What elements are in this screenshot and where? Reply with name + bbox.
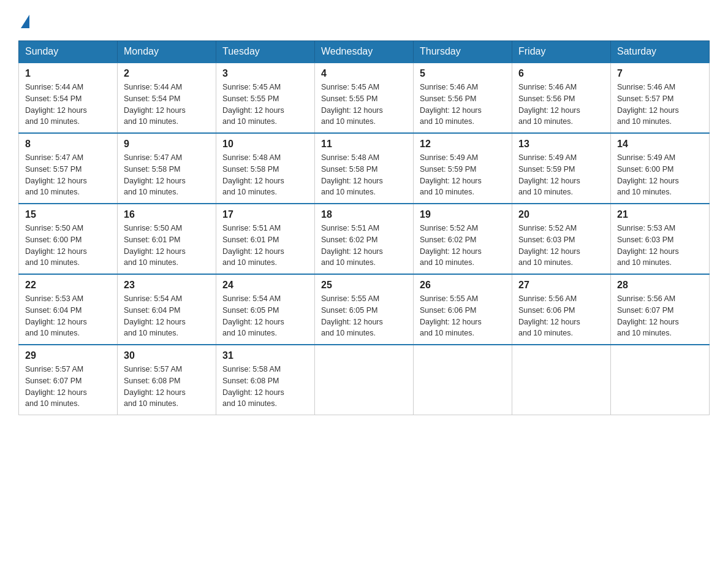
day-number: 12 bbox=[420, 139, 506, 150]
logo bbox=[18, 12, 29, 28]
day-number: 23 bbox=[124, 280, 210, 291]
column-header-tuesday: Tuesday bbox=[216, 41, 315, 63]
day-number: 25 bbox=[321, 280, 407, 291]
calendar-cell: 15 Sunrise: 5:50 AM Sunset: 6:00 PM Dayl… bbox=[19, 204, 118, 274]
calendar-cell bbox=[512, 345, 611, 415]
day-info: Sunrise: 5:54 AM Sunset: 6:05 PM Dayligh… bbox=[222, 293, 308, 339]
calendar-cell: 20 Sunrise: 5:52 AM Sunset: 6:03 PM Dayl… bbox=[512, 204, 611, 274]
day-number: 8 bbox=[25, 139, 111, 150]
day-number: 3 bbox=[222, 68, 308, 79]
day-number: 24 bbox=[222, 280, 308, 291]
day-number: 5 bbox=[420, 68, 506, 79]
day-info: Sunrise: 5:51 AM Sunset: 6:02 PM Dayligh… bbox=[321, 223, 407, 269]
day-info: Sunrise: 5:58 AM Sunset: 6:08 PM Dayligh… bbox=[222, 364, 308, 410]
calendar-cell: 16 Sunrise: 5:50 AM Sunset: 6:01 PM Dayl… bbox=[118, 204, 216, 274]
calendar-cell: 22 Sunrise: 5:53 AM Sunset: 6:04 PM Dayl… bbox=[19, 274, 118, 345]
day-info: Sunrise: 5:56 AM Sunset: 6:06 PM Dayligh… bbox=[518, 293, 604, 339]
day-info: Sunrise: 5:55 AM Sunset: 6:05 PM Dayligh… bbox=[321, 293, 407, 339]
week-row-2: 8 Sunrise: 5:47 AM Sunset: 5:57 PM Dayli… bbox=[19, 133, 710, 204]
day-number: 17 bbox=[222, 209, 308, 220]
day-info: Sunrise: 5:46 AM Sunset: 5:56 PM Dayligh… bbox=[420, 82, 506, 128]
calendar-cell: 26 Sunrise: 5:55 AM Sunset: 6:06 PM Dayl… bbox=[414, 274, 512, 345]
calendar-cell: 13 Sunrise: 5:49 AM Sunset: 5:59 PM Dayl… bbox=[512, 133, 611, 204]
day-info: Sunrise: 5:50 AM Sunset: 6:00 PM Dayligh… bbox=[25, 223, 111, 269]
column-header-saturday: Saturday bbox=[611, 41, 710, 63]
calendar-cell: 3 Sunrise: 5:45 AM Sunset: 5:55 PM Dayli… bbox=[216, 63, 315, 133]
day-info: Sunrise: 5:48 AM Sunset: 5:58 PM Dayligh… bbox=[321, 152, 407, 198]
calendar-cell: 29 Sunrise: 5:57 AM Sunset: 6:07 PM Dayl… bbox=[19, 345, 118, 415]
calendar-cell: 18 Sunrise: 5:51 AM Sunset: 6:02 PM Dayl… bbox=[315, 204, 414, 274]
calendar-cell: 30 Sunrise: 5:57 AM Sunset: 6:08 PM Dayl… bbox=[118, 345, 216, 415]
calendar-cell: 6 Sunrise: 5:46 AM Sunset: 5:56 PM Dayli… bbox=[512, 63, 611, 133]
day-info: Sunrise: 5:52 AM Sunset: 6:02 PM Dayligh… bbox=[420, 223, 506, 269]
day-info: Sunrise: 5:49 AM Sunset: 6:00 PM Dayligh… bbox=[617, 152, 703, 198]
day-info: Sunrise: 5:44 AM Sunset: 5:54 PM Dayligh… bbox=[25, 82, 111, 128]
calendar-cell: 4 Sunrise: 5:45 AM Sunset: 5:55 PM Dayli… bbox=[315, 63, 414, 133]
page-header bbox=[18, 12, 710, 28]
week-row-1: 1 Sunrise: 5:44 AM Sunset: 5:54 PM Dayli… bbox=[19, 63, 710, 133]
calendar-cell: 8 Sunrise: 5:47 AM Sunset: 5:57 PM Dayli… bbox=[19, 133, 118, 204]
day-info: Sunrise: 5:44 AM Sunset: 5:54 PM Dayligh… bbox=[124, 82, 210, 128]
day-info: Sunrise: 5:56 AM Sunset: 6:07 PM Dayligh… bbox=[617, 293, 703, 339]
calendar-cell bbox=[315, 345, 414, 415]
day-info: Sunrise: 5:46 AM Sunset: 5:57 PM Dayligh… bbox=[617, 82, 703, 128]
calendar-cell: 5 Sunrise: 5:46 AM Sunset: 5:56 PM Dayli… bbox=[414, 63, 512, 133]
day-info: Sunrise: 5:53 AM Sunset: 6:04 PM Dayligh… bbox=[25, 293, 111, 339]
logo-top bbox=[18, 12, 29, 28]
day-info: Sunrise: 5:52 AM Sunset: 6:03 PM Dayligh… bbox=[518, 223, 604, 269]
day-number: 20 bbox=[518, 209, 604, 220]
day-info: Sunrise: 5:45 AM Sunset: 5:55 PM Dayligh… bbox=[321, 82, 407, 128]
column-header-friday: Friday bbox=[512, 41, 611, 63]
calendar-cell: 14 Sunrise: 5:49 AM Sunset: 6:00 PM Dayl… bbox=[611, 133, 710, 204]
day-number: 10 bbox=[222, 139, 308, 150]
day-number: 6 bbox=[518, 68, 604, 79]
day-info: Sunrise: 5:46 AM Sunset: 5:56 PM Dayligh… bbox=[518, 82, 604, 128]
column-header-thursday: Thursday bbox=[414, 41, 512, 63]
day-number: 30 bbox=[124, 350, 210, 361]
day-number: 4 bbox=[321, 68, 407, 79]
calendar-cell: 11 Sunrise: 5:48 AM Sunset: 5:58 PM Dayl… bbox=[315, 133, 414, 204]
day-info: Sunrise: 5:49 AM Sunset: 5:59 PM Dayligh… bbox=[518, 152, 604, 198]
day-number: 2 bbox=[124, 68, 210, 79]
column-header-wednesday: Wednesday bbox=[315, 41, 414, 63]
day-info: Sunrise: 5:48 AM Sunset: 5:58 PM Dayligh… bbox=[222, 152, 308, 198]
calendar-cell: 28 Sunrise: 5:56 AM Sunset: 6:07 PM Dayl… bbox=[611, 274, 710, 345]
day-number: 26 bbox=[420, 280, 506, 291]
calendar-cell: 21 Sunrise: 5:53 AM Sunset: 6:03 PM Dayl… bbox=[611, 204, 710, 274]
logo-triangle-icon bbox=[21, 15, 29, 28]
day-number: 13 bbox=[518, 139, 604, 150]
column-header-sunday: Sunday bbox=[19, 41, 118, 63]
day-info: Sunrise: 5:55 AM Sunset: 6:06 PM Dayligh… bbox=[420, 293, 506, 339]
calendar-cell bbox=[414, 345, 512, 415]
day-number: 9 bbox=[124, 139, 210, 150]
calendar-cell: 23 Sunrise: 5:54 AM Sunset: 6:04 PM Dayl… bbox=[118, 274, 216, 345]
day-info: Sunrise: 5:54 AM Sunset: 6:04 PM Dayligh… bbox=[124, 293, 210, 339]
calendar-cell bbox=[611, 345, 710, 415]
day-number: 28 bbox=[617, 280, 703, 291]
day-number: 11 bbox=[321, 139, 407, 150]
day-number: 15 bbox=[25, 209, 111, 220]
calendar-cell: 2 Sunrise: 5:44 AM Sunset: 5:54 PM Dayli… bbox=[118, 63, 216, 133]
calendar-cell: 10 Sunrise: 5:48 AM Sunset: 5:58 PM Dayl… bbox=[216, 133, 315, 204]
week-row-3: 15 Sunrise: 5:50 AM Sunset: 6:00 PM Dayl… bbox=[19, 204, 710, 274]
calendar-cell: 25 Sunrise: 5:55 AM Sunset: 6:05 PM Dayl… bbox=[315, 274, 414, 345]
column-header-monday: Monday bbox=[118, 41, 216, 63]
day-number: 7 bbox=[617, 68, 703, 79]
day-info: Sunrise: 5:49 AM Sunset: 5:59 PM Dayligh… bbox=[420, 152, 506, 198]
day-number: 29 bbox=[25, 350, 111, 361]
calendar-cell: 27 Sunrise: 5:56 AM Sunset: 6:06 PM Dayl… bbox=[512, 274, 611, 345]
day-info: Sunrise: 5:57 AM Sunset: 6:07 PM Dayligh… bbox=[25, 364, 111, 410]
calendar-cell: 1 Sunrise: 5:44 AM Sunset: 5:54 PM Dayli… bbox=[19, 63, 118, 133]
day-number: 16 bbox=[124, 209, 210, 220]
calendar-cell: 31 Sunrise: 5:58 AM Sunset: 6:08 PM Dayl… bbox=[216, 345, 315, 415]
day-info: Sunrise: 5:51 AM Sunset: 6:01 PM Dayligh… bbox=[222, 223, 308, 269]
day-number: 14 bbox=[617, 139, 703, 150]
day-number: 31 bbox=[222, 350, 308, 361]
day-info: Sunrise: 5:57 AM Sunset: 6:08 PM Dayligh… bbox=[124, 364, 210, 410]
day-info: Sunrise: 5:53 AM Sunset: 6:03 PM Dayligh… bbox=[617, 223, 703, 269]
day-info: Sunrise: 5:50 AM Sunset: 6:01 PM Dayligh… bbox=[124, 223, 210, 269]
calendar-header-row: SundayMondayTuesdayWednesdayThursdayFrid… bbox=[19, 41, 710, 63]
calendar-cell: 7 Sunrise: 5:46 AM Sunset: 5:57 PM Dayli… bbox=[611, 63, 710, 133]
day-info: Sunrise: 5:47 AM Sunset: 5:57 PM Dayligh… bbox=[25, 152, 111, 198]
calendar-cell: 9 Sunrise: 5:47 AM Sunset: 5:58 PM Dayli… bbox=[118, 133, 216, 204]
